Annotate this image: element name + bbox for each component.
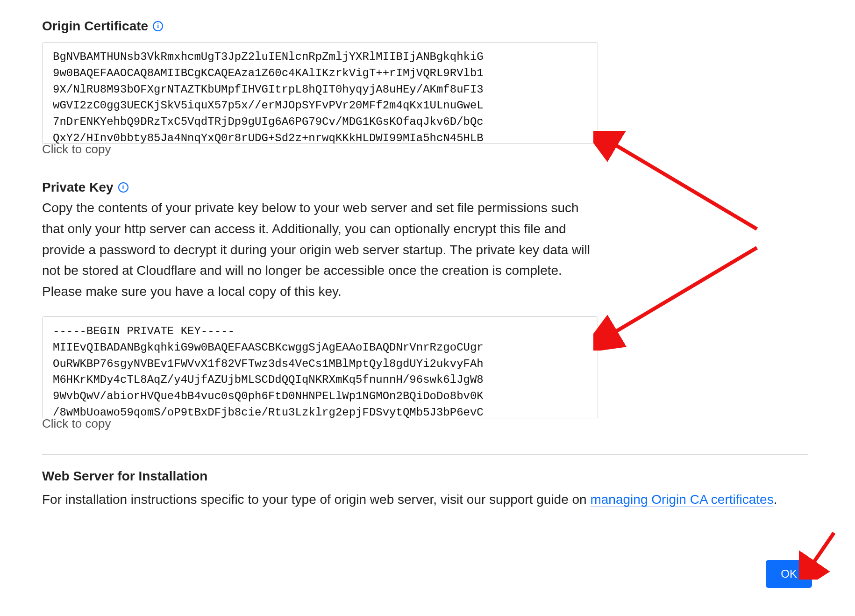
info-icon[interactable]: i xyxy=(118,182,128,193)
managing-origin-ca-link[interactable]: managing Origin CA certificates xyxy=(590,492,773,507)
origin-certificate-code: BgNVBAMTHUNsb3VkRmxhcmUgT3JpZ2luIENlcnRp… xyxy=(53,50,484,144)
info-icon[interactable]: i xyxy=(153,21,163,31)
install-text-prefix: For installation instructions specific t… xyxy=(42,492,590,507)
annotation-arrow xyxy=(593,229,780,351)
private-key-description: Copy the contents of your private key be… xyxy=(42,198,598,302)
origin-certificate-copy-hint[interactable]: Click to copy xyxy=(42,142,813,157)
origin-certificate-heading: Origin Certificate i xyxy=(42,19,813,34)
private-key-title: Private Key xyxy=(42,180,114,195)
install-text-suffix: . xyxy=(774,492,777,507)
private-key-copy-hint[interactable]: Click to copy xyxy=(42,416,813,431)
install-heading: Web Server for Installation xyxy=(42,469,813,484)
origin-certificate-title: Origin Certificate xyxy=(42,19,148,34)
svg-line-3 xyxy=(607,248,757,337)
private-key-heading: Private Key i xyxy=(42,180,813,195)
private-key-codebox[interactable]: -----BEGIN PRIVATE KEY----- MIIEvQIBADAN… xyxy=(42,316,598,418)
origin-certificate-codebox[interactable]: BgNVBAMTHUNsb3VkRmxhcmUgT3JpZ2luIENlcnRp… xyxy=(42,42,598,144)
ok-button[interactable]: OK xyxy=(766,560,812,588)
install-description: For installation instructions specific t… xyxy=(42,488,808,511)
svg-line-5 xyxy=(808,533,834,570)
section-divider xyxy=(42,454,808,455)
private-key-code: -----BEGIN PRIVATE KEY----- MIIEvQIBADAN… xyxy=(53,325,484,418)
